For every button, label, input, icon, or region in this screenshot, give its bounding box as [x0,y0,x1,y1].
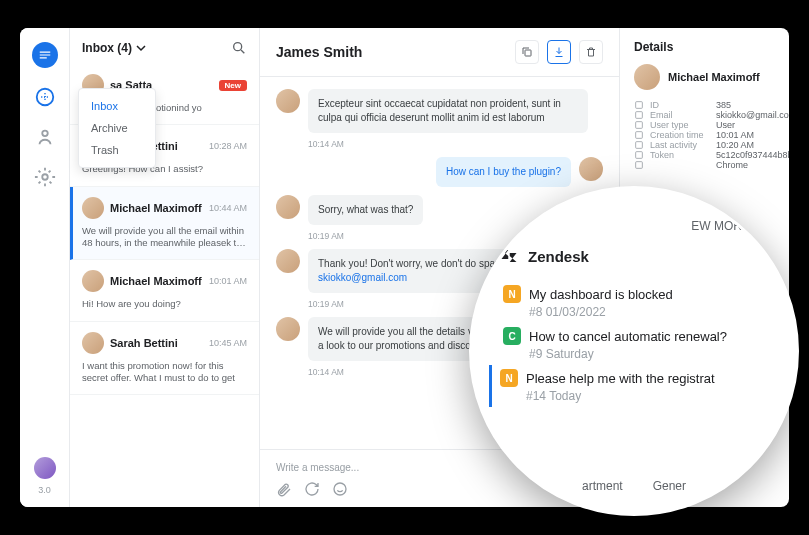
download-icon[interactable] [547,40,571,64]
ticket-status-badge: C [503,327,521,345]
detail-row: Emailskiokko@gmail.com [634,110,775,120]
conv-time: 10:28 AM [209,141,247,151]
detail-icon [634,130,644,140]
trash-icon[interactable] [579,40,603,64]
avatar [276,195,300,219]
avatar [276,89,300,113]
ticket-title: How to cancel automatic renewal? [529,329,727,344]
svg-point-1 [42,131,48,137]
gear-icon[interactable] [34,166,56,188]
chevron-down-icon [136,43,146,53]
detail-row: User typeUser [634,120,775,130]
ticket-meta: #9 Saturday [529,347,768,361]
detail-row: Token5c12c0f937444b8b8262f5f [634,150,775,160]
avatar [276,249,300,273]
app-logo[interactable] [32,42,58,68]
avatar [276,317,300,341]
avatar [82,332,104,354]
chat-title: James Smith [276,44,362,60]
detail-icon [634,120,644,130]
zoom-lens: EW MORE Zendesk NMy dashboard is blocked… [469,186,799,516]
message-time: 10:14 AM [308,139,603,149]
ticket-title: My dashboard is blocked [529,287,673,302]
detail-row: Creation time10:01 AM [634,130,775,140]
ticket-item[interactable]: NMy dashboard is blocked#8 01/03/2022 [500,281,768,323]
avatar [579,157,603,181]
ticket-meta: #8 01/03/2022 [529,305,768,319]
conversation-item[interactable]: Michael Maximoff10:01 AMHi! How are you … [70,260,259,321]
avatar [82,197,104,219]
users-icon[interactable] [34,126,56,148]
details-title: Details [634,40,775,54]
integration-name: Zendesk [528,248,589,265]
ticket-meta: #14 Today [526,389,768,403]
folder-dropdown: Inbox Archive Trash [78,88,156,168]
zendesk-logo-icon [500,247,518,265]
conversation-item[interactable]: Michael Maximoff10:44 AMWe will provide … [70,187,259,261]
message-row: Excepteur sint occaecat cupidatat non pr… [276,89,603,133]
svg-point-5 [334,483,346,495]
detail-icon [634,140,644,150]
detail-icon [634,100,644,110]
detail-icon [634,110,644,120]
conv-preview: We will provide you all the email within… [82,225,247,250]
detail-row: Chrome [634,160,775,170]
details-avatar [634,64,660,90]
folder-option-inbox[interactable]: Inbox [79,95,155,117]
folder-option-trash[interactable]: Trash [79,139,155,161]
emoji-icon[interactable] [332,481,348,497]
detail-row: ID385 [634,100,775,110]
conv-name: Sarah Bettini [110,337,203,349]
ticket-item[interactable]: NPlease help me with the registrat#14 To… [489,365,768,407]
svg-point-2 [42,174,48,180]
detail-icon [634,160,644,170]
left-rail: 3.0 [20,28,70,507]
footer-item-2[interactable]: Gener [653,479,686,493]
conv-time: 10:44 AM [209,203,247,213]
conv-preview: Hi! How are you doing? [82,298,247,310]
attach-icon[interactable] [276,481,292,497]
folder-selector[interactable]: Inbox (4) [82,41,146,55]
chat-icon[interactable] [34,86,56,108]
saved-reply-icon[interactable] [304,481,320,497]
svg-rect-9 [636,132,643,139]
svg-rect-6 [636,102,643,109]
svg-rect-4 [525,50,531,56]
conv-time: 10:01 AM [209,276,247,286]
view-more-button[interactable]: EW MORE [500,219,768,233]
svg-rect-10 [636,142,643,149]
footer-item-1[interactable]: artment [582,479,623,493]
current-user-avatar[interactable] [34,457,56,479]
svg-rect-8 [636,122,643,129]
svg-rect-11 [636,152,643,159]
conv-time: 10:45 AM [209,338,247,348]
svg-rect-12 [636,162,643,169]
ticket-status-badge: N [503,285,521,303]
ticket-title: Please help me with the registrat [526,371,715,386]
svg-rect-7 [636,112,643,119]
conv-preview: I want this promotion now! for this secr… [82,360,247,385]
conv-name: Michael Maximoff [110,275,203,287]
copy-icon[interactable] [515,40,539,64]
detail-icon [634,150,644,160]
ticket-item[interactable]: CHow to cancel automatic renewal?#9 Satu… [500,323,768,365]
ticket-status-badge: N [500,369,518,387]
message-row: How can I buy the plugin? [276,157,603,187]
conversation-item[interactable]: Sarah Bettini10:45 AMI want this promoti… [70,322,259,396]
conv-name: Michael Maximoff [110,202,203,214]
detail-row: Last activity10:20 AM [634,140,775,150]
avatar [82,270,104,292]
folder-option-archive[interactable]: Archive [79,117,155,139]
svg-point-3 [234,43,242,51]
search-icon[interactable] [231,40,247,56]
details-user-name: Michael Maximoff [668,71,760,83]
message-bubble: How can I buy the plugin? [436,157,571,187]
message-bubble: Excepteur sint occaecat cupidatat non pr… [308,89,588,133]
version-label: 3.0 [38,485,51,495]
message-bubble: Sorry, what was that? [308,195,423,225]
new-badge: New [219,80,247,91]
